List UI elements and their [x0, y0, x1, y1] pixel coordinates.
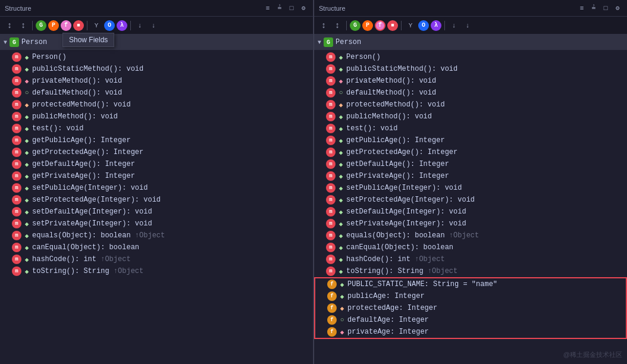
- show-non-public-btn[interactable]: ■: [73, 20, 84, 31]
- left-header-icon-2[interactable]: ≟: [275, 4, 284, 13]
- toolbar-sep-1: [32, 21, 33, 30]
- list-item[interactable]: m◆getPrivateAge(): Integer: [0, 170, 313, 182]
- right-header-icon-2[interactable]: ≟: [589, 4, 598, 13]
- list-item[interactable]: m◆privateMethod(): void: [314, 75, 627, 87]
- watermark: @稀土掘金技术社区: [563, 350, 622, 359]
- method-type-icon: m: [326, 100, 336, 109]
- left-tree-header[interactable]: ▼ G Person: [0, 34, 313, 50]
- list-item[interactable]: m◆publicStaticMethod(): void: [0, 63, 313, 75]
- show-properties-btn[interactable]: P: [48, 20, 59, 31]
- list-item[interactable]: m◆setProtectedAge(Integer): void: [0, 194, 313, 206]
- list-item[interactable]: m◆protectedMethod(): void: [314, 99, 627, 111]
- right-tree-content[interactable]: m◆Person()m◆publicStaticMethod(): voidm◆…: [314, 50, 627, 364]
- fields-highlighted-section: f◆PUBLIC_STATIC_NAME: String = "name"f◆p…: [314, 277, 627, 339]
- item-text: defaultMethod(): void: [32, 89, 122, 97]
- show-fields-btn-left[interactable]: f: [61, 20, 71, 31]
- list-item[interactable]: m◆setPrivateAge(Integer): void: [314, 218, 627, 230]
- method-type-icon: m: [12, 255, 21, 264]
- list-item[interactable]: m◆setPrivateAge(Integer): void: [0, 218, 313, 230]
- list-item[interactable]: m◆getProtectedAge(): Integer: [0, 146, 313, 158]
- right-header-icon-4[interactable]: ⚙: [613, 4, 622, 13]
- list-item[interactable]: m◆Person(): [0, 51, 313, 63]
- list-item[interactable]: m◆canEqual(Object): boolean: [314, 241, 627, 253]
- visibility-icon: ◆: [23, 125, 30, 133]
- sort-type-btn[interactable]: ↕: [17, 20, 29, 32]
- list-item[interactable]: m◆equals(Object): boolean ↑Object: [314, 230, 627, 241]
- list-item[interactable]: m◆getDefaultAge(): Integer: [314, 158, 627, 170]
- right-header-icon-3[interactable]: □: [601, 4, 610, 13]
- right-show-anonymous-btn[interactable]: O: [418, 20, 429, 31]
- autoscroll-btn[interactable]: ↓: [148, 20, 159, 32]
- list-item[interactable]: m◆publicMethod(): void: [0, 111, 313, 123]
- list-item[interactable]: m◆setDefaultAge(Integer): void: [0, 206, 313, 218]
- list-item[interactable]: m◆toString(): String ↑Object: [314, 265, 627, 277]
- list-item[interactable]: m◆setPublicAge(Integer): void: [314, 182, 627, 194]
- field-row[interactable]: f◆protectedAge: Integer: [315, 302, 626, 314]
- left-header-icon-1[interactable]: ≡: [263, 4, 272, 13]
- list-item[interactable]: m◆test(): void: [0, 123, 313, 134]
- right-autoscroll-btn[interactable]: ↓: [462, 20, 474, 32]
- list-item[interactable]: m◆setProtectedAge(Integer): void: [314, 194, 627, 206]
- show-fields-btn-right-active[interactable]: f: [375, 20, 385, 31]
- show-lambdas-btn[interactable]: λ: [117, 20, 127, 31]
- list-item[interactable]: m○defaultMethod(): void: [0, 87, 313, 99]
- show-inherited-btn[interactable]: G: [36, 20, 46, 31]
- list-item[interactable]: m◆protectedMethod(): void: [0, 99, 313, 111]
- visibility-icon: ◆: [23, 232, 30, 240]
- method-type-icon: m: [12, 195, 21, 205]
- right-show-lambdas-btn[interactable]: λ: [431, 20, 441, 31]
- list-item[interactable]: m◆privateMethod(): void: [0, 75, 313, 87]
- show-anonymous-btn[interactable]: O: [104, 20, 115, 31]
- field-row[interactable]: f○defaultAge: Integer: [315, 314, 626, 326]
- method-type-icon: m: [12, 112, 21, 121]
- field-visibility-icon: ◆: [338, 305, 346, 312]
- list-item[interactable]: m◆getPublicAge(): Integer: [0, 134, 313, 146]
- list-item[interactable]: m◆Person(): [314, 51, 627, 63]
- list-item[interactable]: m◆getDefaultAge(): Integer: [0, 158, 313, 170]
- method-type-icon: m: [326, 52, 336, 62]
- method-type-icon: m: [12, 219, 21, 228]
- left-header-icon-4[interactable]: ⚙: [299, 4, 308, 13]
- list-item[interactable]: m◆getPrivateAge(): Integer: [314, 170, 627, 182]
- left-tree-content[interactable]: m◆Person()m◆publicStaticMethod(): voidm◆…: [0, 50, 313, 364]
- list-item[interactable]: m◆test(): void: [314, 123, 627, 134]
- scroll-to-top-btn[interactable]: ↓: [134, 20, 146, 32]
- right-tree-header[interactable]: ▼ G Person: [314, 34, 627, 50]
- item-text: hashCode(): int ↑Object: [346, 255, 445, 263]
- list-item[interactable]: m◆canEqual(Object): boolean: [0, 241, 313, 253]
- left-header-icon-3[interactable]: □: [287, 4, 296, 13]
- left-panel: Structure ≡ ≟ □ ⚙ ↕ ↕ G P f ■ Y O λ ↓ ↓: [0, 0, 314, 364]
- field-row[interactable]: f◆PUBLIC_STATIC_NAME: String = "name": [315, 278, 626, 290]
- right-sort-alpha-btn[interactable]: ↕: [318, 20, 330, 32]
- list-item[interactable]: m◆publicStaticMethod(): void: [314, 63, 627, 75]
- visibility-icon: ◆: [23, 208, 30, 216]
- field-text: publicAge: Integer: [347, 292, 425, 300]
- right-sort-type-btn[interactable]: ↕: [331, 20, 343, 32]
- item-text: defaultMethod(): void: [346, 89, 436, 97]
- right-panel: Structure ≡ ≟ □ ⚙ ↕ ↕ G P f ■ Y O λ ↓ ↓: [314, 0, 627, 364]
- list-item[interactable]: m◆getProtectedAge(): Integer: [314, 146, 627, 158]
- list-item[interactable]: m◆hashCode(): int ↑Object: [314, 253, 627, 265]
- right-filter-btn[interactable]: Y: [405, 20, 416, 32]
- field-row[interactable]: f◆publicAge: Integer: [315, 290, 626, 302]
- right-scroll-to-top-btn[interactable]: ↓: [448, 20, 460, 32]
- list-item[interactable]: m◆setPublicAge(Integer): void: [0, 182, 313, 194]
- field-type-icon: f: [327, 280, 337, 289]
- sort-alpha-btn[interactable]: ↕: [4, 20, 15, 32]
- right-show-properties-btn[interactable]: P: [362, 20, 373, 31]
- list-item[interactable]: m◆getPublicAge(): Integer: [314, 134, 627, 146]
- list-item[interactable]: m◆publicMethod(): void: [314, 111, 627, 123]
- visibility-icon: ◆: [23, 244, 30, 252]
- filter-btn[interactable]: Y: [90, 20, 102, 32]
- right-header-icon-1[interactable]: ≡: [577, 4, 587, 13]
- method-type-icon: m: [326, 88, 336, 98]
- field-row[interactable]: f◆privateAge: Integer: [315, 326, 626, 338]
- method-type-icon: m: [326, 266, 336, 276]
- list-item[interactable]: m◆hashCode(): int ↑Object: [0, 253, 313, 265]
- right-show-inherited-btn[interactable]: G: [350, 20, 360, 31]
- list-item[interactable]: m◆equals(Object): boolean ↑Object: [0, 230, 313, 241]
- list-item[interactable]: m◆toString(): String ↑Object: [0, 265, 313, 277]
- list-item[interactable]: m◆setDefaultAge(Integer): void: [314, 206, 627, 218]
- right-show-non-public-btn[interactable]: ■: [387, 20, 398, 31]
- list-item[interactable]: m○defaultMethod(): void: [314, 87, 627, 99]
